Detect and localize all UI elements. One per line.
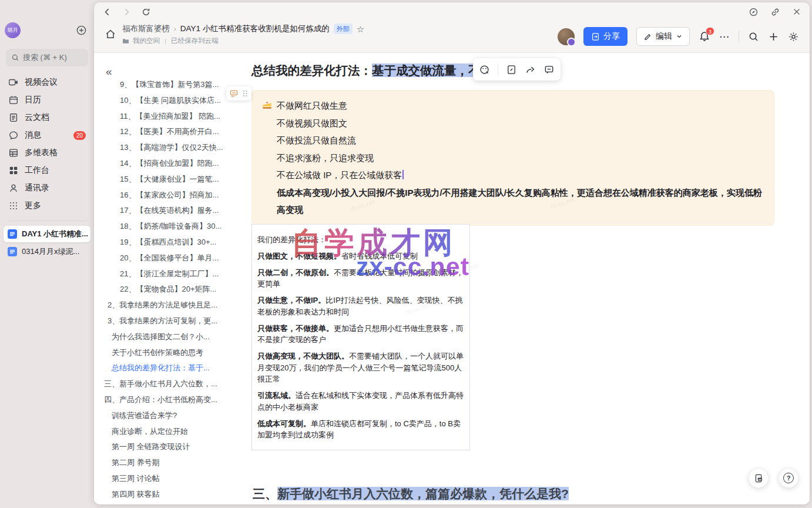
toc-item[interactable]: 21、【浙江全屋定制工厂】... bbox=[104, 266, 249, 282]
sidebar-item-calendar[interactable]: 日历 bbox=[0, 91, 94, 109]
toc-item[interactable]: 14、【招商创业加盟】陪跑... bbox=[104, 156, 249, 172]
sidebar-item-label: 更多 bbox=[25, 200, 41, 211]
app-sidebar: 胡月 搜索 (⌘ + K) 视频会议 日历 云文档 消息 20 多维表格 bbox=[0, 0, 94, 508]
message-count-badge: 20 bbox=[73, 131, 86, 140]
breadcrumb-current[interactable]: DAY1 小红书精准获客收割机是如何炼成的 bbox=[180, 24, 330, 34]
sidebar-doc-label: DAY1 小红书精准... bbox=[22, 229, 88, 239]
share-doc-icon bbox=[591, 32, 600, 41]
sidebar-doc-0314[interactable]: 0314月月x绿泥... bbox=[4, 243, 90, 260]
breadcrumb: 福布斯富婆榜 › DAY1 小红书精准获客收割机是如何炼成的 外部 ☆ bbox=[122, 24, 364, 34]
selection-toolbar bbox=[473, 58, 561, 81]
doc-file-icon bbox=[8, 229, 17, 239]
edit-button[interactable]: 编辑 bbox=[636, 27, 690, 46]
sidebar-item-video-meeting[interactable]: 视频会议 bbox=[0, 73, 94, 91]
toc-item[interactable]: 3、我拿结果的方法可复制，更... bbox=[104, 313, 249, 329]
box-point: 只做高变现，不做大团队。不需要铺大团队，一个人就可以单月变现20万，我们的学员一… bbox=[257, 350, 464, 385]
breadcrumb-root[interactable]: 福布斯富婆榜 bbox=[122, 24, 170, 34]
block-controls bbox=[226, 86, 251, 101]
sidebar-item-base-table[interactable]: 多维表格 bbox=[0, 144, 94, 162]
sidebar-doc-label: 0314月月x绿泥... bbox=[22, 246, 79, 257]
share-arrow-icon[interactable] bbox=[525, 64, 536, 75]
toc-item[interactable]: 22、【宠物食品】20+矩阵... bbox=[104, 282, 249, 298]
external-badge: 外部 bbox=[334, 24, 353, 34]
sidebar-item-label: 通讯录 bbox=[25, 183, 49, 193]
more-grid-icon bbox=[8, 200, 19, 211]
sidebar-item-contacts[interactable]: 通讯录 bbox=[0, 179, 94, 197]
close-icon[interactable] bbox=[792, 7, 801, 16]
refresh-icon[interactable] bbox=[141, 7, 151, 17]
toc-item[interactable]: 第二周 养号期 bbox=[104, 455, 249, 471]
chevron-right-icon: › bbox=[174, 25, 176, 32]
notification-badge: 3 bbox=[706, 27, 714, 35]
toc-item[interactable]: 四、产品介绍：小红书低粉高变... bbox=[104, 392, 249, 408]
sidebar-item-label: 消息 bbox=[25, 130, 41, 141]
avatar[interactable] bbox=[558, 28, 575, 45]
callout-text: 不做网红只做生意 不做视频只做图文 不做投流只做自然流 不追求涨粉，只追求变现 … bbox=[277, 97, 763, 219]
toc-item[interactable]: 第三周 讨论帖 bbox=[104, 471, 249, 487]
compass-icon[interactable] bbox=[749, 7, 759, 17]
forward-icon[interactable] bbox=[122, 7, 132, 17]
toc-item[interactable]: 训练营谁适合来学? bbox=[104, 408, 249, 424]
next-section-heading: 三、新手做小红书月入六位数，篇篇必爆款，凭什么是我? bbox=[253, 486, 569, 502]
browser-chrome bbox=[94, 2, 810, 21]
feedback-icon bbox=[754, 473, 764, 483]
share-button[interactable]: 分享 bbox=[583, 27, 628, 46]
search-input[interactable]: 搜索 (⌘ + K) bbox=[6, 49, 88, 66]
add-icon[interactable] bbox=[76, 25, 87, 36]
back-icon[interactable] bbox=[102, 7, 112, 17]
sidebar-item-more[interactable]: 更多 bbox=[0, 197, 94, 215]
plus-icon[interactable] bbox=[768, 31, 779, 42]
calendar-icon bbox=[8, 95, 19, 105]
collapse-outline-icon[interactable]: « bbox=[106, 65, 112, 78]
palette-icon[interactable] bbox=[479, 64, 490, 75]
toc-item[interactable]: 11、【美业招商加盟】 陪跑... bbox=[104, 109, 249, 125]
toc-item[interactable]: 13、【高端游学】仅仅2天快... bbox=[104, 140, 249, 156]
gear-icon[interactable] bbox=[788, 31, 799, 42]
feedback-button[interactable] bbox=[749, 468, 769, 488]
toc-item-active[interactable]: 总结我的差异化打法：基于... bbox=[104, 360, 249, 376]
sidebar-divider bbox=[7, 220, 87, 221]
sidebar-doc-day1[interactable]: DAY1 小红书精准... bbox=[4, 226, 90, 242]
toc-item[interactable]: 17、【在线英语机构】服务... bbox=[104, 203, 249, 219]
sidebar-item-label: 多维表格 bbox=[25, 148, 58, 158]
sidebar-item-messages[interactable]: 消息 20 bbox=[0, 126, 94, 144]
home-icon[interactable] bbox=[105, 28, 116, 45]
box-intro: 我们的差异化打法： bbox=[257, 234, 464, 246]
comment-icon[interactable] bbox=[229, 89, 239, 98]
notifications-button[interactable]: 3 bbox=[699, 31, 710, 42]
space-label[interactable]: 我的空间 bbox=[133, 36, 160, 45]
toc-item[interactable]: 三、新手做小红书月入六位数，... bbox=[104, 376, 249, 392]
callout-block[interactable]: 不做网红只做生意 不做视频只做图文 不做投流只做自然流 不追求涨粉，只追求变现 … bbox=[251, 90, 774, 226]
copy-link-icon[interactable] bbox=[506, 64, 517, 75]
sidebar-item-cloud-docs[interactable]: 云文档 bbox=[0, 109, 94, 126]
toc-item[interactable]: 第一周 全链路变现设计 bbox=[104, 439, 249, 455]
callout-line: 不做网红只做生意 bbox=[277, 97, 763, 115]
toc-item[interactable]: 关于小红书创作策略的思考 bbox=[104, 345, 249, 361]
toc-item[interactable]: 18、【奶茶/咖啡设备商】30... bbox=[104, 219, 249, 235]
help-button[interactable]: ? bbox=[779, 468, 798, 488]
chevron-down-icon bbox=[676, 33, 683, 40]
selected-text: 新手做小红书月入六位数，篇篇必爆款，凭什么是我? bbox=[277, 487, 569, 500]
toc-item[interactable]: 20、【全国装修平台】单月... bbox=[104, 250, 249, 266]
box-point: 低成本可复制。单店和连锁店都可复制，to C卖产品，to B卖加盟均拿到过成功案… bbox=[257, 418, 464, 441]
sidebar-item-workbench[interactable]: 工作台 bbox=[0, 162, 94, 179]
toc-item[interactable]: 为什么我选择图文二创？小... bbox=[104, 329, 249, 345]
more-options-button[interactable]: ⋯ bbox=[719, 31, 730, 43]
star-icon[interactable]: ☆ bbox=[357, 25, 364, 34]
callout-line: 不做投流只做自然流 bbox=[277, 132, 763, 149]
toc-item[interactable]: 15、【大健康创业】一篇笔... bbox=[104, 172, 249, 188]
toc-item[interactable]: 2、我拿结果的方法足够快且足... bbox=[104, 298, 249, 313]
toc-item[interactable]: 16、【某家政公司】招商加... bbox=[104, 188, 249, 203]
toc-item[interactable]: 12、【医美】不用高价开白... bbox=[104, 124, 249, 140]
document-content: « 9、【珠宝首饰】新号第3篇... 10、【生美 问题肌肤实体店... 11、… bbox=[94, 54, 810, 504]
user-avatar[interactable]: 胡月 bbox=[5, 22, 21, 38]
drag-handle-icon[interactable] bbox=[241, 89, 249, 98]
comment-icon[interactable] bbox=[543, 64, 555, 75]
search-icon bbox=[11, 54, 19, 62]
search-icon[interactable] bbox=[748, 31, 759, 42]
toc-item[interactable]: 商业诊断，从定位开始 bbox=[104, 424, 249, 440]
playbook-box[interactable]: 我们的差异化打法： 只做图文，不做短视频。省时省钱成本低可复制 只做二创，不做原… bbox=[251, 224, 470, 450]
toc-item[interactable]: 第四周 获客贴 bbox=[104, 487, 249, 503]
link-icon[interactable] bbox=[770, 7, 780, 17]
toc-item[interactable]: 19、【蛋糕西点培训】30+... bbox=[104, 235, 249, 250]
